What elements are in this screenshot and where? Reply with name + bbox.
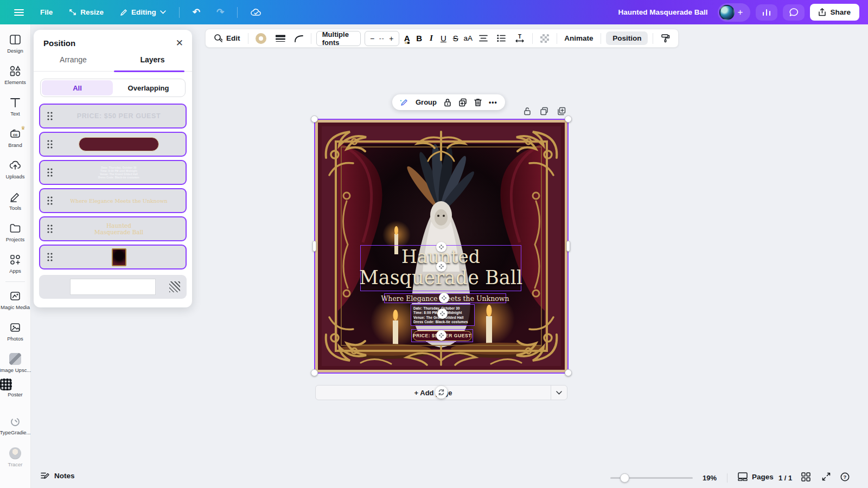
element-anchor-handle[interactable] [436, 330, 446, 341]
tab-arrange[interactable]: Arrange [34, 53, 113, 71]
resize-handle-top-right[interactable] [565, 115, 572, 123]
sidebar-item-tools[interactable]: Tools [0, 185, 31, 216]
text-spacing-button[interactable]: T [512, 32, 527, 44]
filter-overlapping[interactable]: Overlapping [113, 80, 184, 95]
layer-item-pill-shape[interactable] [39, 132, 187, 157]
grid-view-icon [801, 472, 810, 481]
sidebar-item-text[interactable]: Text [0, 91, 31, 122]
font-size-decrease[interactable]: − [370, 34, 374, 43]
sidebar-item-projects[interactable]: Projects [0, 216, 31, 248]
resize-handle-top-left[interactable] [311, 115, 318, 123]
poster-page[interactable]: Haunted Masquerade Ball Where Elegance M… [315, 120, 567, 373]
transparency-button[interactable] [538, 32, 552, 45]
sidebar-item-elements[interactable]: Elements [0, 59, 31, 91]
layer-item-details-text[interactable]: Date: Thursday, October 30Time: 8:00 PM … [39, 160, 187, 185]
layer-item-price-text[interactable]: PRICE: $50 PER GUEST [39, 104, 187, 129]
user-avatar[interactable] [719, 5, 735, 20]
duplicate-button[interactable] [458, 98, 467, 107]
resize-handle-bottom-left[interactable] [311, 369, 318, 376]
invite-member-button[interactable]: + [736, 7, 745, 18]
layer-item-subtitle-text[interactable]: Where Elegance Meets the Unknown [39, 188, 187, 213]
resize-handle-bottom-right[interactable] [565, 369, 572, 376]
magic-edit-icon[interactable] [400, 98, 409, 107]
more-options-button[interactable]: ••• [489, 99, 497, 106]
sidebar-item-magic-media[interactable]: Magic Media [0, 284, 31, 316]
line-curve-button[interactable] [292, 33, 306, 44]
redo-button[interactable]: ↷ [210, 3, 231, 22]
lock-page-button[interactable] [524, 107, 531, 115]
notes-label: Notes [54, 472, 75, 480]
animate-button[interactable]: Animate [561, 32, 596, 44]
underline-button[interactable]: U [439, 34, 448, 43]
add-page-icon-button[interactable] [557, 107, 566, 115]
sidebar-item-image-upscaler[interactable]: Image Upsc... [0, 347, 31, 378]
rotate-handle[interactable] [435, 386, 448, 399]
share-button[interactable]: Share [810, 4, 859, 21]
fullscreen-button[interactable] [822, 472, 831, 481]
layer-item-page-background[interactable] [39, 275, 187, 299]
notes-button[interactable]: Notes [41, 472, 75, 480]
grid-view-button[interactable] [801, 472, 810, 481]
resize-button[interactable]: Resize [62, 4, 110, 20]
close-icon[interactable]: ✕ [176, 38, 183, 48]
editing-mode-button[interactable]: Editing [113, 4, 173, 20]
font-family-select[interactable]: Multiple fonts [316, 31, 361, 46]
sidebar-item-uploads[interactable]: Uploads [0, 153, 31, 185]
element-anchor-handle[interactable] [436, 261, 446, 272]
bullet-list-button[interactable] [494, 33, 508, 44]
sidebar-item-apps[interactable]: Apps [0, 248, 31, 279]
sidebar-item-brand[interactable]: ♛ co Brand [0, 122, 31, 153]
help-button[interactable]: ? [840, 472, 850, 481]
layer-item-title-text[interactable]: HauntedMasquerade Ball [39, 216, 187, 241]
resize-handle-left[interactable] [312, 241, 316, 252]
sidebar-item-typegradient[interactable]: TypeGradie... [0, 410, 31, 441]
element-anchor-handle[interactable] [436, 242, 446, 252]
save-status-button[interactable] [244, 4, 268, 21]
element-anchor-handle[interactable] [437, 309, 448, 319]
comments-button[interactable] [783, 4, 805, 21]
pages-button[interactable]: Pages [738, 472, 774, 481]
sidebar-item-poster[interactable]: Poster [0, 378, 31, 410]
delete-button[interactable] [474, 98, 482, 107]
drag-handle-icon[interactable] [46, 252, 54, 262]
italic-button[interactable]: I [427, 34, 435, 43]
text-align-button[interactable] [476, 33, 490, 44]
document-title[interactable]: Haunted Masquerade Ball [618, 8, 707, 16]
drag-handle-icon[interactable] [46, 168, 54, 177]
bold-button[interactable]: B [415, 34, 423, 43]
edit-image-button[interactable]: Edit [211, 31, 243, 45]
zoom-level[interactable]: 19% [703, 474, 717, 482]
layer-item-background-image[interactable] [39, 245, 187, 269]
strikethrough-button[interactable]: S [451, 34, 459, 43]
design-canvas[interactable]: Haunted Masquerade Ball Where Elegance M… [315, 120, 567, 373]
border-weight-button[interactable] [273, 33, 288, 44]
copy-style-button[interactable] [658, 31, 673, 45]
position-button[interactable]: Position [606, 31, 648, 45]
zoom-slider-knob[interactable] [620, 473, 629, 483]
text-case-button[interactable]: aA [463, 34, 473, 42]
font-size-increase[interactable]: + [389, 34, 393, 43]
element-anchor-handle[interactable] [439, 293, 449, 303]
undo-button[interactable]: ↶ [186, 3, 207, 22]
resize-handle-right[interactable] [566, 241, 570, 252]
add-page-dropdown[interactable] [551, 386, 567, 400]
text-color-button[interactable]: A [403, 34, 411, 43]
tab-layers[interactable]: Layers [113, 53, 192, 71]
drag-handle-icon[interactable] [46, 196, 54, 206]
drag-handle-icon[interactable] [46, 111, 54, 121]
drag-handle-icon[interactable] [46, 139, 54, 149]
main-menu-button[interactable] [8, 5, 30, 20]
insights-button[interactable] [756, 4, 777, 21]
file-menu-button[interactable]: File [34, 4, 59, 20]
font-size-stepper[interactable]: − -- + [365, 31, 399, 46]
shape-color-button[interactable] [253, 31, 269, 46]
drag-handle-icon[interactable] [46, 224, 54, 234]
lock-button[interactable] [444, 98, 451, 107]
group-button[interactable]: Group [416, 98, 437, 106]
sidebar-item-tracer[interactable]: Tracer [0, 441, 31, 473]
font-size-value[interactable]: -- [379, 35, 385, 42]
duplicate-page-button[interactable] [540, 107, 548, 115]
sidebar-item-design[interactable]: Design [0, 28, 31, 59]
sidebar-item-photos[interactable]: Photos [0, 316, 31, 347]
filter-all[interactable]: All [42, 80, 113, 95]
